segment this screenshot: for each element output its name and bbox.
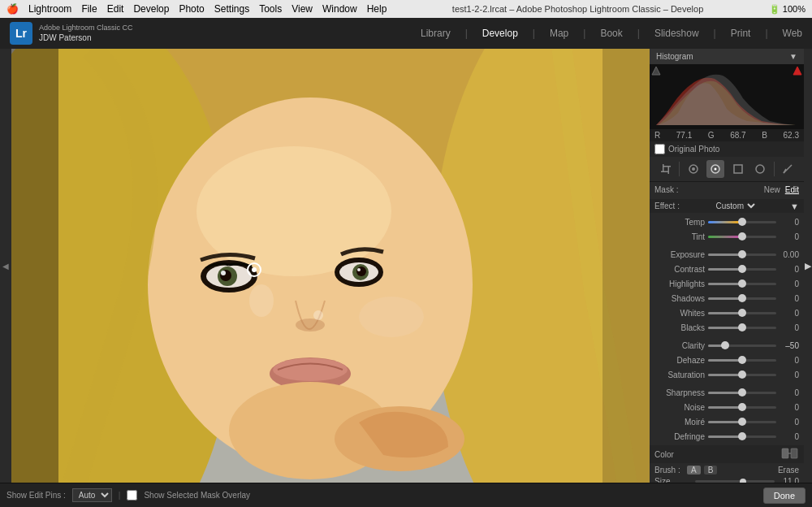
color-section: Color [650,445,804,463]
app-menu-help[interactable]: Help [367,3,387,15]
slider-defringe-track[interactable] [708,436,776,438]
svg-point-33 [692,167,695,171]
right-panel-toggle[interactable]: ▶ [804,49,812,483]
nav-develop[interactable]: Develop [482,28,518,39]
nav-print[interactable]: Print [731,28,751,39]
app-menu-tools[interactable]: Tools [259,3,282,15]
left-arrow-icon: ◀ [2,262,9,271]
nav-bar: Library | Develop | Map | Book | Slidesh… [421,28,802,39]
app-menu-window[interactable]: Window [322,3,357,15]
slider-dehaze-thumb[interactable] [738,356,746,364]
histogram-header: Histogram ▼ [650,49,804,64]
color-swatch-icon[interactable] [781,448,799,461]
slider-shadows-track[interactable] [708,297,776,300]
slider-highlights: Highlights 0 [650,276,804,291]
slider-dehaze-value: 0 [776,356,799,365]
brush-ab-buttons: A B [687,466,717,474]
slider-sharpness-track[interactable] [708,392,776,394]
effect-dropdown[interactable]: Custom [713,201,758,211]
slider-exposure-track[interactable] [708,254,776,256]
brush-size-track[interactable] [695,480,775,483]
slider-whites-thumb[interactable] [738,309,746,317]
slider-contrast-thumb[interactable] [738,265,746,273]
app-menu-photo[interactable]: Photo [179,3,204,15]
slider-moire-label: Moiré [654,418,705,427]
svg-point-37 [756,165,764,173]
menubar: 🍎 Lightroom File Edit Develop Photo Sett… [0,0,812,18]
slider-shadows-thumb[interactable] [738,294,746,302]
graduated-filter-tool[interactable] [729,160,747,178]
nav-slideshow[interactable]: Slideshow [654,28,699,39]
nav-web[interactable]: Web [783,28,802,39]
slider-shadows-label: Shadows [654,294,705,303]
show-edit-pins-dropdown[interactable]: Auto [72,488,112,502]
slider-noise-thumb[interactable] [738,403,746,411]
slider-highlights-label: Highlights [654,280,705,288]
slider-moire-thumb[interactable] [738,418,746,426]
slider-noise-track[interactable] [708,406,776,409]
show-mask-overlay-checkbox[interactable] [127,490,137,500]
brush-size-row: Size 11.0 [654,476,799,483]
slider-temp-track[interactable] [708,221,776,223]
mask-pin[interactable] [247,262,261,277]
radial-filter-tool[interactable] [751,160,769,178]
mask-edit-button[interactable]: Edit [785,185,799,194]
app-menu-file[interactable]: File [81,3,97,15]
spot-healing-tool[interactable] [685,160,702,178]
slider-saturation-track[interactable] [708,374,776,376]
mask-new-button[interactable]: New [764,185,780,194]
red-eye-tool[interactable] [779,160,797,178]
slider-dehaze-track[interactable] [708,359,776,362]
slider-noise-value: 0 [776,403,799,412]
slider-moire-track[interactable] [708,421,776,423]
histogram-section: Histogram ▼ [650,49,804,157]
nav-map[interactable]: Map [550,28,568,39]
done-button[interactable]: Done [763,488,806,504]
original-photo-checkbox[interactable] [654,144,665,154]
slider-clarity-thumb[interactable] [721,341,729,349]
svg-point-11 [221,271,226,275]
slider-contrast-track[interactable] [708,268,776,271]
brush-tool[interactable] [706,160,724,178]
crop-tool[interactable] [657,160,675,178]
app-menu-develop[interactable]: Develop [133,3,169,15]
g-label: G [708,131,715,140]
slider-whites-track[interactable] [708,312,776,314]
slider-whites: Whites 0 [650,306,804,320]
brush-size-thumb[interactable] [740,479,746,483]
slider-saturation-thumb[interactable] [738,370,746,379]
left-panel-toggle[interactable]: ◀ [0,49,11,483]
slider-tint-track[interactable] [708,236,776,238]
slider-tint-thumb[interactable] [738,232,746,240]
lr-badge: Lr [10,22,32,45]
slider-highlights-thumb[interactable] [738,280,746,288]
slider-clarity-label: Clarity [654,341,705,350]
slider-exposure-thumb[interactable] [738,250,746,258]
slider-tint: Tint 0 [650,229,804,244]
photo-area[interactable] [11,49,650,483]
slider-highlights-track[interactable] [708,283,776,285]
histogram-expand-icon[interactable]: ▼ [789,52,797,61]
slider-exposure-value: 0.00 [776,250,799,259]
bottom-bar: Show Edit Pins : Auto | Show Selected Ma… [0,483,812,507]
app-menu-lightroom[interactable]: Lightroom [28,3,71,15]
svg-point-15 [357,268,361,271]
app-menu-view[interactable]: View [292,3,313,15]
nav-library[interactable]: Library [421,28,451,39]
apple-menu[interactable]: 🍎 [6,3,19,15]
app-menu-settings[interactable]: Settings [214,3,249,15]
slider-defringe-thumb[interactable] [738,432,746,440]
slider-blacks-thumb[interactable] [738,323,746,332]
histogram-values: R 77.1 G 68.7 B 62.3 [650,129,804,141]
app-menu-edit[interactable]: Edit [107,3,124,15]
brush-erase-button[interactable]: Erase [778,466,799,474]
brush-b-button[interactable]: B [704,466,718,474]
slider-clarity-track[interactable] [708,344,776,347]
slider-blacks-track[interactable] [708,327,776,329]
slider-temp-thumb[interactable] [738,218,746,226]
color-label: Color [654,450,674,459]
svg-rect-25 [603,49,650,483]
nav-book[interactable]: Book [600,28,622,39]
slider-sharpness-thumb[interactable] [738,388,746,396]
brush-a-button[interactable]: A [687,466,701,474]
